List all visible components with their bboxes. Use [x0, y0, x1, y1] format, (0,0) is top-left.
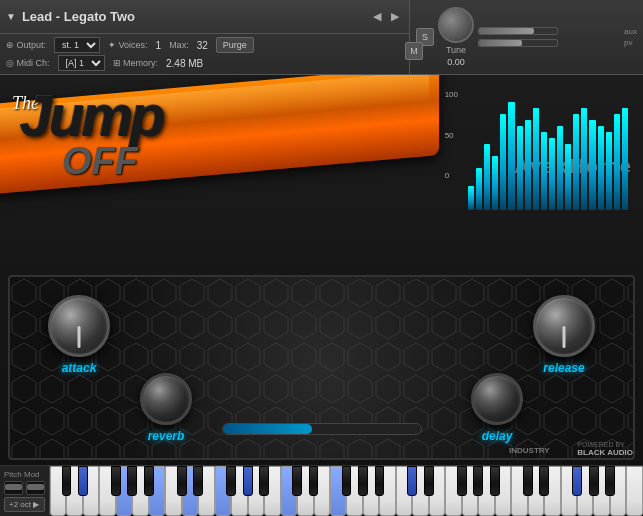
pitch-slider-thumb-1 — [5, 484, 22, 490]
black-key-18[interactable] — [473, 466, 483, 496]
pitch-mod-label: Pitch Mod — [4, 470, 45, 479]
black-key-1[interactable] — [78, 466, 88, 496]
eq-bar-6 — [517, 126, 523, 210]
top-bar: ▼ Lead - Legato Two ◀ ▶ ⊕ Output: st. 1 … — [0, 0, 643, 75]
aux-label: aux — [624, 27, 637, 36]
pitch-slider-1[interactable] — [4, 481, 23, 495]
black-key-15[interactable] — [407, 466, 417, 496]
release-knob[interactable] — [533, 295, 595, 357]
pitch-mod-panel: Pitch Mod +2 oct ▶ — [0, 466, 50, 516]
eq-bar-16 — [598, 126, 604, 210]
banner-area: The Jump OFF — [0, 75, 430, 265]
level-sliders — [478, 27, 620, 47]
black-key-20[interactable] — [523, 466, 533, 496]
nav-next-button[interactable]: ▶ — [387, 8, 403, 25]
black-key-19[interactable] — [490, 466, 500, 496]
purge-button[interactable]: Purge — [216, 37, 254, 53]
eq-scale-0: 0 — [445, 171, 458, 180]
attack-knob[interactable] — [48, 295, 110, 357]
reverb-label: reverb — [148, 429, 185, 443]
release-knob-container: release — [533, 295, 595, 375]
delay-label: delay — [482, 429, 513, 443]
black-key-13[interactable] — [358, 466, 368, 496]
slider-row-1 — [478, 27, 620, 35]
eq-bar-5 — [508, 102, 514, 210]
black-audio-text: BLACK AUDIO — [577, 448, 633, 457]
level-slider-2[interactable] — [478, 39, 558, 47]
reverb-knob[interactable] — [140, 373, 192, 425]
delay-knob[interactable] — [471, 373, 523, 425]
eq-bar-9 — [541, 132, 547, 210]
black-key-17[interactable] — [457, 466, 467, 496]
black-key-14[interactable] — [375, 466, 385, 496]
midi-row: ◎ Midi Ch: [A] 1 ⊞ Memory: 2.48 MB — [6, 55, 403, 71]
eq-bar-17 — [606, 132, 612, 210]
eq-bar-18 — [614, 114, 620, 210]
black-key-10[interactable] — [292, 466, 302, 496]
black-key-9[interactable] — [259, 466, 269, 496]
black-key-5[interactable] — [177, 466, 187, 496]
eq-bar-13 — [573, 114, 579, 210]
nav-prev-button[interactable]: ◀ — [369, 8, 385, 25]
eq-bar-4 — [500, 114, 506, 210]
attack-knob-container: attack — [48, 295, 110, 375]
midi-label: ◎ Midi Ch: — [6, 58, 50, 68]
level-slider-1[interactable] — [478, 27, 558, 35]
voices-value: 1 — [156, 40, 162, 51]
pitch-slider-2[interactable] — [26, 481, 45, 495]
eq-bar-12 — [565, 144, 571, 210]
octave-button[interactable]: +2 oct ▶ — [4, 497, 45, 512]
top-left-panel: ▼ Lead - Legato Two ◀ ▶ ⊕ Output: st. 1 … — [0, 0, 410, 74]
midi-select[interactable]: [A] 1 — [58, 55, 105, 71]
reverb-knob-container: reverb — [140, 373, 192, 443]
black-key-7[interactable] — [226, 466, 236, 496]
black-key-23[interactable] — [589, 466, 599, 496]
white-key-35[interactable] — [626, 466, 642, 516]
black-key-3[interactable] — [127, 466, 137, 496]
tune-value: 0.00 — [447, 57, 465, 67]
eq-bars-area — [463, 85, 633, 215]
svg-text:INDUSTRY: INDUSTRY — [509, 446, 550, 455]
seek-bar[interactable] — [222, 423, 422, 435]
octave-label: +2 oct — [9, 500, 31, 509]
black-key-0[interactable] — [62, 466, 72, 496]
eq-bar-2 — [484, 144, 490, 210]
title-row: ▼ Lead - Legato Two ◀ ▶ — [0, 0, 409, 34]
memory-label: ⊞ Memory: — [113, 58, 159, 68]
octave-arrow: ▶ — [33, 500, 39, 509]
eq-bar-8 — [533, 108, 539, 210]
jump-text: Jump — [20, 87, 163, 145]
black-key-21[interactable] — [539, 466, 549, 496]
off-text: OFF — [62, 140, 138, 183]
black-key-8[interactable] — [243, 466, 253, 496]
black-key-16[interactable] — [424, 466, 434, 496]
eq-bar-15 — [589, 120, 595, 210]
pitch-slider-thumb-2 — [27, 484, 44, 490]
tune-label: Tune — [446, 45, 466, 55]
attack-label: attack — [62, 361, 97, 375]
output-select[interactable]: st. 1 — [54, 37, 100, 53]
pv-label: pv — [624, 38, 637, 47]
dropdown-icon[interactable]: ▼ — [6, 11, 16, 22]
eq-bar-7 — [525, 120, 531, 210]
top-right-panel: S Tune 0.00 aux pv — [410, 0, 643, 74]
black-key-11[interactable] — [309, 466, 319, 496]
eq-scale: 100 50 0 — [445, 90, 458, 180]
black-key-12[interactable] — [342, 466, 352, 496]
black-key-24[interactable] — [605, 466, 615, 496]
voices-label: ✦ Voices: — [108, 40, 148, 50]
black-key-6[interactable] — [193, 466, 203, 496]
eq-bar-11 — [557, 126, 563, 210]
black-key-22[interactable] — [572, 466, 582, 496]
info-rows: ⊕ Output: st. 1 ✦ Voices: 1 Max: 32 Purg… — [0, 34, 409, 74]
eq-scale-50: 50 — [445, 131, 458, 140]
m-button[interactable]: M — [405, 42, 423, 60]
voices-max-value: 32 — [197, 40, 208, 51]
black-key-2[interactable] — [111, 466, 121, 496]
seek-fill — [223, 424, 312, 434]
nav-arrows: ◀ ▶ — [369, 8, 403, 25]
output-row: ⊕ Output: st. 1 ✦ Voices: 1 Max: 32 Purg… — [6, 37, 403, 53]
tune-knob[interactable] — [438, 7, 474, 43]
black-key-4[interactable] — [144, 466, 154, 496]
tune-area: Tune 0.00 — [438, 7, 474, 67]
